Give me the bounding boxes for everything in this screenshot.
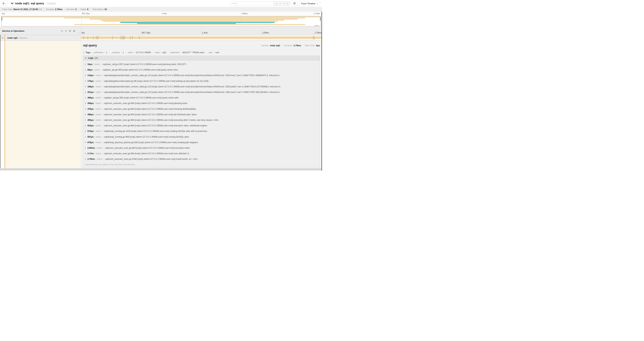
log-field-name: event	[96, 97, 101, 99]
tag-divider	[126, 51, 126, 54]
minimap-canvas[interactable]	[2, 16, 320, 26]
log-message: ‹sql/catalog/descs/descriptor.go:98 [nsq…	[104, 80, 209, 82]
collapse-trace-chevron-icon[interactable]	[11, 3, 14, 4]
log-entry[interactable]: 189μs:event=‹sql/catalog/lease/descripto…	[85, 84, 320, 89]
log-field-name: event	[96, 108, 101, 110]
chevron-right-icon	[85, 80, 86, 82]
span-operation-name: sql query	[19, 37, 27, 39]
tags-row[interactable]: Tags: _unfinished=1_verbose=1client=127.…	[83, 50, 320, 55]
log-entry[interactable]: 597μs:event=‹sql/distsql_running.go:498 …	[85, 134, 320, 140]
chevron-right-icon	[85, 86, 86, 88]
chevron-right-icon	[85, 158, 86, 160]
log-message: ‹sql/catalog/lease/descriptor_version_st…	[104, 91, 280, 93]
tag-item[interactable]: _verbose=1	[111, 51, 124, 54]
log-entry[interactable]: 495μs:event=‹sql/conn_executor_exec.go:6…	[85, 117, 320, 123]
log-field-name: event	[96, 124, 101, 127]
service-operation-column-header: Service & Operation	[0, 27, 81, 35]
prev-result-icon[interactable]	[279, 3, 281, 4]
chevron-right-icon	[85, 147, 86, 149]
log-entry[interactable]: 142μs:event=‹sql/catalog/lease/descripto…	[85, 73, 320, 78]
log-entry[interactable]: 2.79ms:event=‹sql/conn_executor_exec.go:…	[85, 156, 320, 162]
tag-item[interactable]: _unfinished=1	[92, 51, 107, 54]
log-entry[interactable]: 2.7ms:event=‹sql/conn_executor_exec.go:6…	[85, 151, 320, 156]
log-message: ‹sql/conn_executor_exec.go:684 [nsql1,cl…	[104, 152, 190, 155]
log-entry[interactable]: 80μs:event=‹sql/plan_opt.go:358 [nsql1,c…	[85, 67, 320, 73]
span-collapse-chevron-icon[interactable]	[2, 37, 4, 39]
clear-search-icon[interactable]	[286, 3, 288, 4]
ruler-tick-label: 1.4ms	[162, 13, 167, 15]
timeline-gridline	[202, 35, 202, 41]
trace-id: 7418682	[46, 2, 56, 5]
log-field-name: event	[96, 136, 101, 138]
keyboard-shortcuts-button[interactable]: ⌘	[292, 1, 297, 6]
chevron-right-icon	[85, 63, 86, 65]
log-timestamp: 189μs:	[88, 85, 94, 88]
minimap-span-bar	[64, 18, 305, 18]
minimap-tick-labels: 0μs697.75μs1.4ms2.09ms2.79ms	[2, 12, 320, 16]
next-result-icon[interactable]	[283, 3, 285, 4]
span-row-name-cell[interactable]: node sql1 sql query	[0, 35, 81, 41]
minimap-span-bar	[100, 20, 284, 21]
log-field-name: event	[97, 158, 102, 160]
column-resize-grip[interactable]	[78, 32, 80, 34]
logs-header[interactable]: Logs (18)	[83, 56, 320, 61]
log-timestamp: 142μs:	[88, 74, 94, 77]
locate-icon[interactable]	[276, 3, 278, 5]
service-operation-label: Service & Operation	[2, 30, 24, 32]
log-entry[interactable]: 366μs:event=‹sql/plan_opt.go:358 [nsql1,…	[85, 95, 320, 101]
collapse-one-icon[interactable]	[61, 30, 63, 32]
log-entry[interactable]: 678μs:event=‹sql/distsql_physical_planne…	[85, 140, 320, 145]
back-button[interactable]	[0, 0, 8, 7]
logs-footnote: Log timestamps are relative to the start…	[83, 162, 320, 167]
expand-all-icon[interactable]	[73, 30, 75, 32]
log-message: ‹sql/plan_opt.go:358 [nsql1,client=127.0…	[102, 69, 178, 71]
log-entry[interactable]: 459μs:event=‹sql/conn_executor_exec.go:6…	[85, 101, 320, 106]
timeline-ruler: 0μs697.75μs1.4ms2.09ms2.79ms	[81, 27, 322, 35]
log-message: ‹sql/conn_executor_exec.go:684 [nsql1,cl…	[104, 124, 208, 127]
stat-service: Service:node sql1	[261, 44, 280, 47]
view-selector-button[interactable]: Trace Timeline	[299, 1, 320, 6]
log-message: ‹sql/exec_util.go:2297 [nsql1,client=127…	[102, 63, 186, 66]
log-entry[interactable]: 34μs:event=‹sql/exec_util.go:2297 [nsql1…	[85, 62, 320, 67]
log-message: ‹sql/conn_executor_exec.go:684 [nsql1,cl…	[104, 119, 219, 121]
chevron-right-icon	[85, 130, 86, 132]
span-detail-panel: sql query Service:node sql1 Duration:2.7…	[81, 41, 322, 169]
expand-one-icon[interactable]	[65, 30, 67, 32]
log-timestamp: 34μs:	[88, 63, 93, 66]
chevron-right-icon	[85, 125, 86, 127]
log-message: ‹sql/conn_executor_exec.go:684 [nsql1,cl…	[104, 102, 188, 105]
collapse-all-icon[interactable]	[69, 30, 71, 32]
chevron-right-icon	[85, 108, 86, 110]
log-field-name: event	[96, 74, 101, 77]
tag-item[interactable]: client=127.0.0.1:59936	[128, 51, 151, 54]
log-field-name: event	[96, 102, 101, 105]
find-input[interactable]	[231, 1, 274, 6]
minimap-span-bar	[315, 25, 319, 26]
log-entry[interactable]: 201μs:event=‹sql/catalog/lease/descripto…	[85, 89, 320, 95]
log-message: ‹sql/distsql_running.go:1420 [nsql1,clie…	[104, 130, 208, 132]
log-entry[interactable]: 502μs:event=‹sql/conn_executor_exec.go:6…	[85, 123, 320, 128]
log-timestamp: 176μs:	[88, 80, 94, 82]
log-entry[interactable]: 486μs:event=‹sql/conn_executor_exec.go:6…	[85, 112, 320, 117]
tag-item[interactable]: user=root	[208, 51, 219, 54]
tags-label: Tags:	[86, 51, 91, 54]
log-marker-tick	[123, 36, 123, 40]
log-marker-tick	[84, 36, 84, 40]
timeline-minimap[interactable]: 0μs697.75μs1.4ms2.09ms2.79ms	[0, 12, 322, 27]
log-field-name: event	[96, 130, 101, 132]
tag-item[interactable]: statement=SELECT * FROM users	[170, 51, 204, 54]
log-entry[interactable]: 176μs:event=‹sql/catalog/descs/descripto…	[85, 78, 320, 84]
span-row[interactable]: node sql1 sql query	[0, 35, 322, 41]
find-group	[231, 1, 290, 6]
tag-item[interactable]: node=sql1	[155, 51, 166, 54]
log-entry[interactable]: 2.69ms:event=‹sql/conn_executor_exec.go:…	[85, 145, 320, 151]
log-entry[interactable]: 574μs:event=‹sql/distsql_running.go:1420…	[85, 128, 320, 134]
log-timestamp: 502μs:	[88, 124, 94, 127]
span-bar-cell[interactable]	[81, 35, 322, 41]
log-field-name: event	[96, 80, 101, 82]
log-entry[interactable]: 476μs:event=‹sql/conn_executor_exec.go:6…	[85, 106, 320, 112]
log-field-name: event	[96, 85, 101, 88]
stat-duration: Duration:2.79ms	[284, 44, 301, 47]
trace-metadata-bar: Trace Start March 31 2022, 17:25:09.326 …	[0, 7, 322, 12]
log-marker-tick	[96, 36, 96, 40]
